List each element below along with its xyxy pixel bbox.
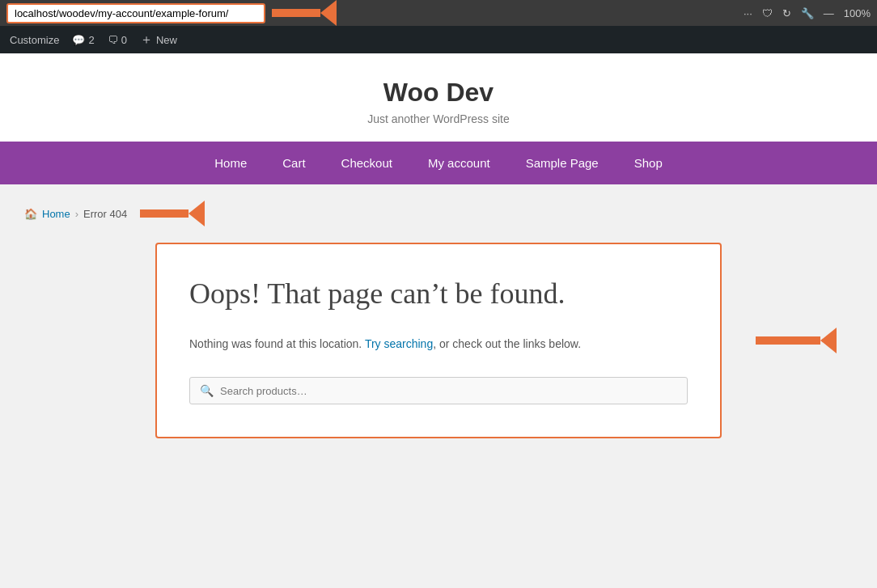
content-wrapper: Oops! That page can’t be found. Nothing … bbox=[24, 243, 853, 438]
nav-inner: Home Cart Checkout My account Sample Pag… bbox=[0, 142, 877, 184]
nav-my-account[interactable]: My account bbox=[410, 142, 508, 184]
site-tagline: Just another WordPress site bbox=[0, 112, 877, 125]
error-description: Nothing was found at this location. Try … bbox=[189, 335, 688, 353]
messages-count: 0 bbox=[121, 34, 127, 46]
nav-sample-page[interactable]: Sample Page bbox=[508, 142, 616, 184]
arrow-head bbox=[320, 0, 337, 26]
search-box[interactable]: 🔍 bbox=[189, 377, 688, 404]
refresh-icon[interactable]: ↻ bbox=[782, 7, 791, 19]
comments-count: 2 bbox=[88, 34, 94, 46]
right-arrow-head bbox=[820, 328, 837, 353]
shield-icon[interactable]: 🛡 bbox=[762, 7, 773, 19]
zoom-level: 100% bbox=[844, 7, 871, 19]
search-input[interactable] bbox=[220, 385, 677, 397]
site-title: Woo Dev bbox=[0, 78, 877, 108]
new-label: New bbox=[156, 34, 177, 46]
url-text: localhost/woodev/my-account/example-foru… bbox=[15, 7, 228, 19]
breadcrumb-separator: › bbox=[75, 208, 78, 220]
arrow-body bbox=[272, 9, 320, 17]
error-title: Oops! That page can’t be found. bbox=[189, 277, 688, 311]
main-navigation: Home Cart Checkout My account Sample Pag… bbox=[0, 142, 877, 184]
new-button[interactable]: ＋ New bbox=[140, 32, 177, 49]
url-arrow-decoration bbox=[272, 0, 337, 26]
comments-button[interactable]: 💬 2 bbox=[72, 34, 94, 46]
admin-bar: Customize 💬 2 🗨 0 ＋ New bbox=[0, 26, 877, 53]
message-icon: 🗨 bbox=[108, 34, 118, 46]
right-arrow-decoration bbox=[756, 328, 837, 353]
browser-icons: ··· 🛡 ↻ 🔧 — 100% bbox=[744, 7, 871, 19]
plus-icon: ＋ bbox=[140, 32, 153, 49]
url-bar[interactable]: localhost/woodev/my-account/example-foru… bbox=[6, 3, 265, 23]
right-arrow-body bbox=[756, 336, 820, 345]
site-header: Woo Dev Just another WordPress site bbox=[0, 53, 877, 142]
try-searching-link[interactable]: Try searching bbox=[365, 337, 433, 350]
search-icon: 🔍 bbox=[200, 384, 214, 397]
comment-icon: 💬 bbox=[72, 34, 85, 46]
customize-button[interactable]: Customize bbox=[10, 34, 59, 46]
page-content: 🏠 Home › Error 404 Oops! That page can’t… bbox=[0, 184, 877, 508]
nav-home[interactable]: Home bbox=[197, 142, 265, 184]
breadcrumb: 🏠 Home › Error 404 bbox=[24, 201, 853, 226]
arrow-body-2 bbox=[140, 209, 189, 218]
tools-icon[interactable]: 🔧 bbox=[801, 7, 814, 19]
url-section: localhost/woodev/my-account/example-foru… bbox=[6, 0, 337, 26]
nav-shop[interactable]: Shop bbox=[616, 142, 680, 184]
error-card: Oops! That page can’t be found. Nothing … bbox=[155, 243, 722, 438]
breadcrumb-arrow-decoration bbox=[140, 201, 205, 226]
arrow-head-2 bbox=[189, 201, 205, 226]
breadcrumb-current: Error 404 bbox=[83, 208, 127, 220]
menu-icon[interactable]: ··· bbox=[744, 7, 752, 19]
messages-button[interactable]: 🗨 0 bbox=[108, 34, 127, 46]
nav-checkout[interactable]: Checkout bbox=[324, 142, 410, 184]
minimize-icon[interactable]: — bbox=[824, 7, 834, 19]
nav-cart[interactable]: Cart bbox=[265, 142, 323, 184]
browser-chrome: localhost/woodev/my-account/example-foru… bbox=[0, 0, 877, 26]
breadcrumb-home-link[interactable]: Home bbox=[42, 208, 70, 220]
home-icon: 🏠 bbox=[24, 208, 37, 220]
